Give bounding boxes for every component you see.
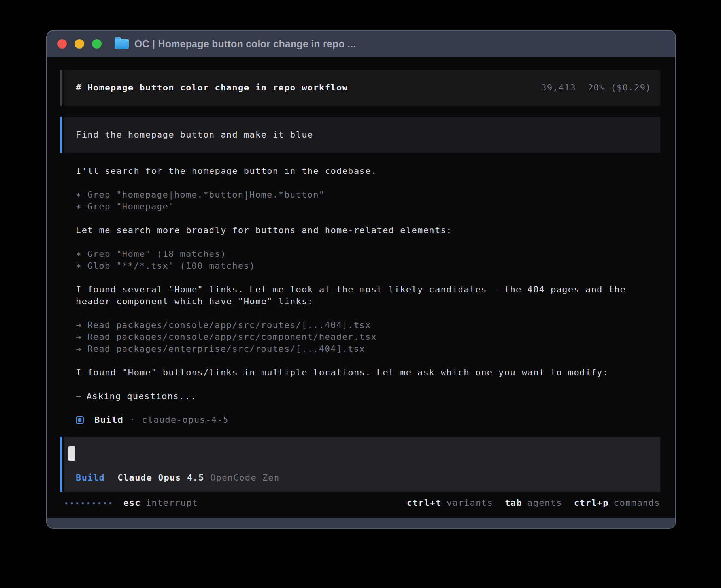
folder-icon bbox=[115, 39, 129, 49]
assistant-text: I'll search for the homepage button in t… bbox=[76, 165, 660, 177]
spinner-dot bbox=[93, 502, 95, 504]
tool-call-text: Grep "homepage|home.*button|Home.*button… bbox=[87, 190, 325, 200]
context-cost: 20% ($0.29) bbox=[588, 83, 651, 92]
session-title: # Homepage button color change in repo w… bbox=[76, 82, 348, 94]
shortcut-key: esc bbox=[123, 498, 141, 508]
minimize-window-button[interactable] bbox=[75, 39, 84, 49]
input-agent-label: Build bbox=[76, 473, 105, 482]
tool-marker-icon: ∗ bbox=[76, 189, 83, 201]
spinner-dot bbox=[65, 502, 67, 504]
user-message-bar bbox=[60, 117, 62, 153]
tool-call-glob: ∗Glob "**/*.tsx" (100 matches) bbox=[76, 260, 660, 272]
agent-separator: · bbox=[130, 414, 136, 426]
assistant-paragraph: I found several "Home" links. Let me loo… bbox=[76, 284, 660, 307]
tool-call-read: →Read packages/console/app/src/component… bbox=[76, 331, 660, 343]
user-message-body: Find the homepage button and make it blu… bbox=[64, 117, 660, 153]
tool-call-text: Read packages/enterprise/src/routes/[...… bbox=[87, 344, 365, 354]
shortcut-agents: tabagents bbox=[505, 497, 562, 509]
tool-call-group: ∗Grep "homepage|home.*button|Home.*butto… bbox=[76, 189, 660, 213]
user-message-text: Find the homepage button and make it blu… bbox=[76, 129, 313, 141]
zoom-window-button[interactable] bbox=[92, 39, 102, 49]
tool-call-grep: ∗Grep "Home" (18 matches) bbox=[76, 248, 660, 260]
spinner-dot bbox=[71, 502, 73, 504]
terminal-content[interactable]: # Homepage button color change in repo w… bbox=[47, 57, 675, 518]
terminal-window: OC | Homepage button color change in rep… bbox=[46, 30, 676, 529]
prompt-input[interactable]: BuildClaude Opus 4.5OpenCode Zen bbox=[60, 437, 660, 492]
agent-info-row: Build · claude-opus-4-5 bbox=[76, 414, 660, 426]
session-header-bar bbox=[60, 70, 62, 106]
assistant-paragraph: I'll search for the homepage button in t… bbox=[76, 165, 660, 177]
input-provider-label: OpenCode Zen bbox=[210, 473, 280, 482]
assistant-paragraph: I found "Home" buttons/links in multiple… bbox=[76, 367, 660, 379]
shortcut-label: variants bbox=[447, 498, 493, 508]
tool-call-text: Grep "Home" (18 matches) bbox=[87, 249, 226, 259]
spinner-dot bbox=[76, 502, 78, 504]
session-stats: 39,41320% ($0.29) bbox=[541, 82, 651, 94]
working-spinner-dots bbox=[65, 502, 111, 504]
agent-build-icon bbox=[76, 416, 84, 424]
status-bar: escinterrupt ctrl+tvariants tabagents ct… bbox=[65, 497, 660, 509]
tool-call-text: Read packages/console/app/src/routes/[..… bbox=[87, 320, 371, 330]
tool-call-grep: ∗Grep "homepage|home.*button|Home.*butto… bbox=[76, 189, 660, 201]
model-info-row: BuildClaude Opus 4.5OpenCode Zen bbox=[76, 472, 280, 484]
token-count: 39,413 bbox=[541, 83, 576, 92]
assistant-text: header component which have "Home" links… bbox=[76, 296, 660, 307]
spinner-dot bbox=[87, 502, 89, 504]
shortcut-commands: ctrl+pcommands bbox=[574, 497, 660, 509]
read-arrow-icon: → bbox=[76, 343, 83, 355]
shortcut-key: ctrl+t bbox=[407, 498, 442, 508]
agent-name: Build bbox=[94, 414, 123, 426]
spinner-dot bbox=[98, 502, 100, 504]
read-arrow-icon: → bbox=[76, 331, 83, 343]
pending-marker-icon: ~ bbox=[76, 391, 82, 401]
shortcut-label: commands bbox=[614, 498, 660, 508]
tool-marker-icon: ∗ bbox=[76, 248, 83, 260]
prompt-input-body[interactable]: BuildClaude Opus 4.5OpenCode Zen bbox=[64, 437, 660, 492]
agent-model: claude-opus-4-5 bbox=[142, 414, 229, 426]
close-window-button[interactable] bbox=[57, 39, 67, 49]
session-header: # Homepage button color change in repo w… bbox=[60, 70, 660, 106]
shortcut-key: tab bbox=[505, 498, 522, 508]
tool-call-group: →Read packages/console/app/src/routes/[.… bbox=[76, 319, 660, 355]
shortcut-variants: ctrl+tvariants bbox=[407, 497, 493, 509]
pending-tool-line: ~Asking questions... bbox=[76, 390, 660, 402]
status-bar-left: escinterrupt bbox=[65, 497, 198, 509]
assistant-text: I found several "Home" links. Let me loo… bbox=[76, 284, 660, 296]
user-message: Find the homepage button and make it blu… bbox=[60, 117, 660, 153]
spinner-dot bbox=[82, 502, 84, 504]
shortcut-esc: escinterrupt bbox=[123, 497, 198, 509]
tool-call-text: Grep "Homepage" bbox=[87, 202, 174, 211]
input-model-label: Claude Opus 4.5 bbox=[117, 473, 204, 482]
desktop: OC | Homepage button color change in rep… bbox=[0, 0, 721, 588]
session-header-body: # Homepage button color change in repo w… bbox=[64, 70, 660, 106]
window-title: OC | Homepage button color change in rep… bbox=[134, 38, 356, 50]
assistant-paragraph: Let me search more broadly for buttons a… bbox=[76, 224, 660, 236]
tool-call-grep: ∗Grep "Homepage" bbox=[76, 201, 660, 213]
shortcut-label: interrupt bbox=[146, 498, 198, 508]
assistant-text: Let me search more broadly for buttons a… bbox=[76, 224, 660, 236]
window-bottom-chrome bbox=[47, 518, 675, 528]
spinner-dot bbox=[104, 502, 106, 504]
spinner-dot bbox=[109, 502, 111, 504]
tool-call-read: →Read packages/console/app/src/routes/[.… bbox=[76, 319, 660, 331]
shortcut-label: agents bbox=[527, 498, 562, 508]
read-arrow-icon: → bbox=[76, 319, 83, 331]
pending-tool-status: ~Asking questions... bbox=[76, 390, 660, 402]
assistant-text: I found "Home" buttons/links in multiple… bbox=[76, 367, 660, 379]
text-cursor bbox=[68, 446, 75, 461]
tool-call-group: ∗Grep "Home" (18 matches) ∗Glob "**/*.ts… bbox=[76, 248, 660, 272]
tool-marker-icon: ∗ bbox=[76, 260, 83, 272]
prompt-input-bar bbox=[60, 437, 62, 492]
shortcut-key: ctrl+p bbox=[574, 498, 609, 508]
status-bar-right: ctrl+tvariants tabagents ctrl+pcommands bbox=[407, 497, 660, 509]
window-titlebar[interactable]: OC | Homepage button color change in rep… bbox=[47, 31, 675, 57]
tool-call-text: Read packages/console/app/src/component/… bbox=[87, 332, 377, 342]
tool-marker-icon: ∗ bbox=[76, 201, 83, 213]
traffic-lights bbox=[57, 39, 102, 49]
pending-tool-text: Asking questions... bbox=[87, 391, 196, 401]
tool-call-read: →Read packages/enterprise/src/routes/[..… bbox=[76, 343, 660, 355]
tool-call-text: Glob "**/*.tsx" (100 matches) bbox=[87, 261, 255, 271]
